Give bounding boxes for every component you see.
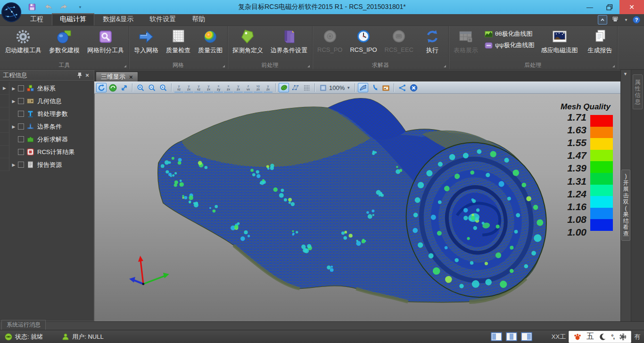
save-button[interactable] (27, 3, 37, 11)
view-zy-button[interactable]: xzy (214, 83, 223, 92)
collapse-ribbon-button[interactable] (598, 15, 607, 24)
quick-access-caret-icon[interactable]: ▼ (75, 3, 85, 11)
zoom-out-button[interactable] (147, 83, 157, 92)
ribbon-group: 探测角定义边界条件设置前处理 (228, 26, 313, 69)
tree-checkbox[interactable] (18, 136, 24, 142)
colorbar-value: 1.16 (557, 202, 586, 212)
menu-tab-3[interactable]: 数据&显示 (95, 14, 141, 25)
tab-system-messages[interactable]: 系统运行消息 (1, 320, 46, 330)
tab-3d-display[interactable]: 三维显示 × (96, 72, 138, 82)
view-iso-4-button[interactable]: yzx (264, 83, 272, 92)
drop-import-button[interactable] (369, 83, 380, 92)
generate-report-label: 生成报告 (588, 46, 612, 55)
psi-polarization-curve-button[interactable]: ψψ极化曲线图 (485, 41, 535, 49)
help-button[interactable]: ? (632, 15, 641, 24)
ime-settings-icon[interactable] (619, 333, 627, 341)
app-logo-icon[interactable] (1, 1, 22, 23)
layout-left-button[interactable] (490, 332, 503, 342)
flat-mode-button[interactable] (290, 83, 300, 92)
zoom-level-control[interactable]: 100%▼ (318, 84, 352, 92)
ime-baidu-icon[interactable] (573, 333, 582, 341)
mesh-partition-tool-button[interactable]: 网格剖分工具 (83, 28, 128, 56)
theta-polarization-curve-button[interactable]: θθ极化曲线图 (485, 30, 535, 38)
tree-expander-icon[interactable]: ▶ (9, 124, 18, 129)
tree-gutter[interactable]: ▶ (0, 82, 9, 95)
zoom-caret-icon[interactable]: ▼ (347, 86, 350, 90)
shaded-mode-button[interactable] (279, 83, 289, 92)
parametric-modeling-button[interactable]: 参数化建模 (45, 28, 83, 56)
redo-button[interactable] (59, 3, 69, 11)
induced-current-map-button[interactable]: 感应电磁流图 (537, 28, 582, 56)
rotate-view-button[interactable] (96, 83, 107, 92)
launch-modeling-tool-button[interactable]: 启动建模工具 (1, 28, 45, 56)
panel-close-icon[interactable]: × (83, 72, 91, 79)
tree-checkbox[interactable] (18, 98, 24, 104)
view-iso-2-button[interactable]: zvx (244, 83, 253, 92)
tree-expander-icon[interactable]: ▶ (9, 99, 18, 104)
tree-expander-icon[interactable]: ▶ (9, 163, 18, 167)
tab-close-icon[interactable]: × (129, 74, 133, 81)
ime-wubi-mode[interactable]: 五 (586, 332, 594, 342)
tree-checkbox[interactable] (18, 111, 24, 117)
wire-grid-mode-button[interactable] (301, 83, 312, 92)
tree-expander-icon[interactable]: ▶ (9, 86, 18, 91)
view-xz-2-button[interactable]: yxz (194, 83, 203, 92)
import-mesh-button[interactable]: 导入网格 (130, 28, 162, 56)
zoom-fit-button[interactable] (158, 83, 168, 92)
tree-item-4[interactable]: ▶边界条件 (0, 120, 94, 133)
zoom-level-value: 100% (329, 84, 345, 91)
ime-punctuation-mode[interactable]: °, (611, 333, 614, 340)
mesh-quality-colorbar: Mesh Quality 1.711.631.551.471.391.311.2… (557, 102, 614, 244)
ime-toolbar[interactable]: 五 °, (569, 331, 631, 343)
viewport-3d[interactable]: Mesh Quality 1.711.631.551.471.391.311.2… (94, 94, 620, 321)
view-zx-button[interactable]: yzx (184, 83, 193, 92)
ime-moon-icon[interactable] (599, 333, 606, 341)
quality-check-button[interactable]: 质量检查 (162, 28, 194, 56)
view-zx-2-button[interactable]: yzx (204, 83, 213, 92)
tree-item-5[interactable]: 分析求解器 (0, 133, 94, 146)
surface-select-button[interactable] (358, 83, 368, 92)
tree-checkbox[interactable] (18, 123, 24, 130)
tree-checkbox[interactable] (18, 162, 24, 168)
tab-view-results[interactable]: )开展击双(果结看查 (621, 170, 630, 241)
zoom-in-button[interactable] (135, 83, 146, 92)
restore-button[interactable] (600, 0, 619, 14)
probe-angle-define-button[interactable]: 探测角定义 (229, 28, 267, 56)
layout-center-button[interactable] (505, 332, 518, 342)
view-xz-button[interactable]: yxz (174, 83, 183, 92)
rcs-ipo-button[interactable]: RCS_IPO (346, 28, 380, 54)
orbit-view-button[interactable] (107, 83, 118, 92)
quality-cloud-button[interactable]: 质量云图 (194, 28, 226, 56)
view-iso-3-button[interactable]: vyzx (254, 83, 263, 92)
minimize-button[interactable]: — (580, 0, 600, 14)
menu-tab-1[interactable]: 工程 (23, 14, 51, 25)
tree-checkbox[interactable] (18, 85, 24, 91)
view-iso-1-button[interactable]: yzx (234, 83, 243, 92)
tree-item-7[interactable]: ▶报告资源 (0, 158, 94, 171)
menu-tab-5[interactable]: 帮助 (184, 14, 213, 25)
tree-item-3[interactable]: 前处理参数 (0, 107, 94, 120)
tree-item-2[interactable]: ▶几何信息 (0, 95, 94, 107)
dock-caret-icon[interactable]: ▼ (623, 72, 627, 76)
tree-item-6[interactable]: RCS计算结果 (0, 146, 94, 158)
tree-item-1[interactable]: ▶▶坐标系 (0, 82, 94, 95)
tree-checkbox[interactable] (18, 149, 24, 155)
undo-button[interactable] (43, 3, 53, 11)
close-button[interactable]: ✕ (619, 0, 644, 14)
execute-button[interactable]: 执行 (417, 28, 447, 56)
clear-view-button[interactable] (408, 83, 419, 92)
snapshot-button[interactable] (380, 83, 391, 92)
generate-report-button[interactable]: 生成报告 (584, 28, 616, 56)
pin-icon[interactable] (76, 72, 83, 79)
menu-tab-4[interactable]: 软件设置 (142, 14, 183, 25)
window-style-button[interactable] (611, 15, 620, 24)
boundary-settings-button[interactable]: 边界条件设置 (267, 28, 311, 56)
window-style-caret-icon[interactable]: ▼ (624, 18, 628, 22)
mesh-model[interactable] (95, 94, 620, 321)
layout-right-button[interactable] (520, 332, 533, 342)
view-zx-3-button[interactable]: xzx (224, 83, 233, 92)
menu-tab-2[interactable]: 电磁计算 (52, 13, 94, 25)
pan-view-button[interactable] (119, 83, 129, 92)
flow-display-button[interactable] (397, 83, 407, 92)
tab-properties[interactable]: 属性信息 (633, 74, 643, 109)
